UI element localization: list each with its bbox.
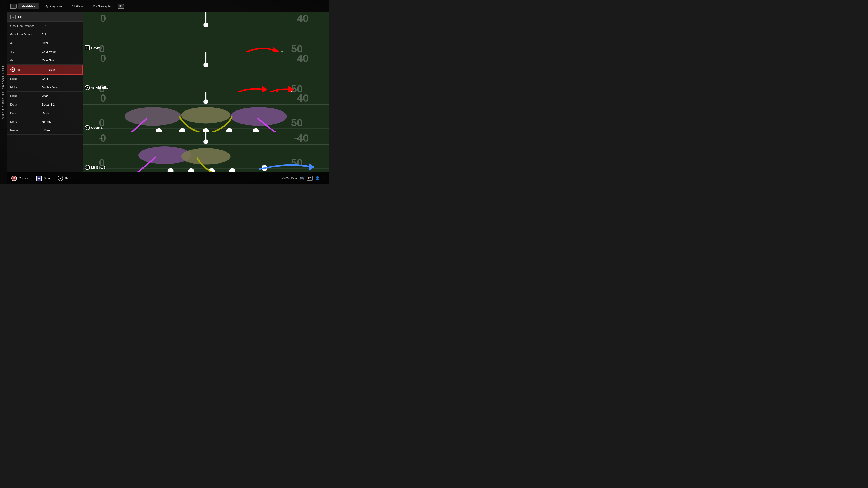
play-list-panel: L2 All Goal Line Defense 6-2 Goal Line D… xyxy=(7,12,83,172)
svg-text:+: + xyxy=(99,95,103,103)
play-badge-46midblitz: △ 46 Mid Blitz xyxy=(85,85,108,90)
controller-icon: 🎮 xyxy=(300,176,304,180)
play-row-8[interactable]: Nickel Wide xyxy=(7,92,83,100)
play-name-5: Bear xyxy=(49,68,55,71)
play-name-4: Over Solid xyxy=(42,59,56,62)
play-row-4[interactable]: 4-3 Over Solid xyxy=(7,56,83,65)
back-action[interactable]: ● Back xyxy=(58,175,72,181)
side-label-text: // EDIT AUDIBLES: CHOOSE A SET xyxy=(2,65,5,119)
play-name-11: Normal xyxy=(42,120,51,123)
play-name-3: Over Wide xyxy=(42,50,56,53)
play-name-cover1: Cover 1 xyxy=(91,46,103,50)
svg-text:50: 50 xyxy=(291,157,303,168)
formation-1: Goal Line Defense xyxy=(10,33,39,36)
svg-text:40: 40 xyxy=(297,132,309,144)
r3-badge: R3 xyxy=(307,176,313,181)
play-row-2[interactable]: 4-3 Over xyxy=(7,39,83,47)
play-diagrams-panel: 0 40 0 50 5 50 + + ✕ ✕ xyxy=(83,12,329,172)
play-row-10[interactable]: Dime Rush xyxy=(7,109,83,118)
svg-text:+: + xyxy=(99,55,103,63)
tab-all-plays[interactable]: All Plays xyxy=(68,3,87,9)
formation-7: Nickel xyxy=(10,86,39,89)
bottom-right: OPM_Ben 🎮 R3 👤 0 xyxy=(282,176,325,181)
svg-text:50: 50 xyxy=(291,43,303,52)
play-row-7[interactable]: Nickel Double Mug xyxy=(7,83,83,92)
play-name-2: Over xyxy=(42,41,48,45)
play-name-12: 3 Deep xyxy=(42,129,51,132)
top-nav: L1 Audibles My Playbook All Plays My Gam… xyxy=(7,0,329,12)
play-row-0[interactable]: Goal Line Defense 6-2 xyxy=(7,22,83,30)
svg-text:+: + xyxy=(294,55,298,63)
save-action[interactable]: ▬ Save xyxy=(36,175,51,181)
play-name-1: 5-3 xyxy=(42,33,46,36)
score: 0 xyxy=(322,176,324,180)
svg-point-73 xyxy=(230,107,287,126)
play-row-6[interactable]: Nickel Over xyxy=(7,74,83,83)
confirm-label: Confirm xyxy=(19,176,30,180)
diagram-lblitz3-svg: 0 40 0 50 + + xyxy=(83,132,329,172)
svg-text:+: + xyxy=(294,135,298,142)
svg-point-70 xyxy=(204,99,208,104)
play-name-lblitz3: LB Blitz 3 xyxy=(91,166,105,169)
formation-0: Goal Line Defense xyxy=(10,24,39,28)
circle-button-icon: ● xyxy=(58,175,63,181)
l1-badge: L1 xyxy=(10,4,17,9)
play-name-46midblitz: 46 Mid Blitz xyxy=(91,86,108,90)
diagram-cover1[interactable]: 0 40 0 50 5 50 + + ✕ ✕ xyxy=(83,12,329,53)
diagram-46midblitz-svg: 0 40 0 50 5 50 + + ✕ ✕ xyxy=(83,53,329,92)
r1-icon: R1 xyxy=(85,165,90,170)
play-name-6: Over xyxy=(42,77,48,80)
square-button-icon: ▬ xyxy=(36,175,42,181)
svg-text:+: + xyxy=(294,95,298,103)
tab-my-gameplan[interactable]: My Gameplan xyxy=(89,3,116,9)
play-name-9: Sugar 3-2 xyxy=(42,103,55,106)
confirm-action[interactable]: ✕ Confirm xyxy=(11,175,30,181)
main-content: L2 All Goal Line Defense 6-2 Goal Line D… xyxy=(7,12,329,172)
play-row-1[interactable]: Goal Line Defense 5-3 xyxy=(7,30,83,39)
person-icon: 👤 xyxy=(315,176,320,180)
play-row-5[interactable]: ✕ 46 Bear xyxy=(7,65,83,74)
x-button-icon: ✕ xyxy=(11,175,17,181)
formation-8: Nickel xyxy=(10,94,39,98)
svg-point-71 xyxy=(125,107,181,126)
formation-12: Prevent xyxy=(10,129,39,132)
formation-10: Dime xyxy=(10,111,39,115)
save-label: Save xyxy=(43,176,51,180)
formation-5: 46 xyxy=(17,68,46,71)
l2-badge: L2 xyxy=(10,15,16,19)
diagram-lblitz3[interactable]: 0 40 0 50 + + xyxy=(83,132,329,172)
side-label-container: // EDIT AUDIBLES: CHOOSE A SET xyxy=(0,0,7,184)
play-badge-cover1: □ Cover 1 xyxy=(85,45,103,51)
diagram-cover1-svg: 0 40 0 50 5 50 + + ✕ ✕ xyxy=(83,12,329,52)
svg-point-101 xyxy=(204,139,208,144)
svg-text:50: 50 xyxy=(291,117,303,129)
svg-point-72 xyxy=(181,107,230,124)
svg-text:40: 40 xyxy=(297,12,309,24)
play-row-3[interactable]: 4-3 Over Wide xyxy=(7,47,83,56)
svg-text:+: + xyxy=(294,15,298,23)
play-name-0: 6-2 xyxy=(42,24,46,28)
diagram-cover3-svg: 0 40 0 50 + + ✕ xyxy=(83,92,329,132)
svg-text:+: + xyxy=(99,135,103,142)
play-name-10: Rush xyxy=(42,111,49,115)
play-badge-lblitz3: R1 LB Blitz 3 xyxy=(85,165,105,170)
back-label: Back xyxy=(65,176,72,180)
svg-text:40: 40 xyxy=(297,53,309,64)
play-badge-cover3: L1 Cover 3 xyxy=(85,125,103,130)
diagram-46midblitz[interactable]: 0 40 0 50 5 50 + + ✕ ✕ xyxy=(83,53,329,92)
svg-point-103 xyxy=(181,148,230,164)
formation-2: 4-3 xyxy=(10,41,39,45)
tab-audibles[interactable]: Audibles xyxy=(18,3,39,9)
play-row-11[interactable]: Dime Normal xyxy=(7,118,83,126)
play-name-cover3: Cover 3 xyxy=(91,126,103,129)
formation-9: Dollar xyxy=(10,103,39,106)
svg-text:+: + xyxy=(99,15,103,23)
tab-my-playbook[interactable]: My Playbook xyxy=(41,3,66,9)
play-row-9[interactable]: Dollar Sugar 3-2 xyxy=(7,100,83,109)
play-row-12[interactable]: Prevent 3 Deep xyxy=(7,126,83,135)
username: OPM_Ben xyxy=(282,176,297,180)
formation-6: Nickel xyxy=(10,77,39,80)
diagram-cover3[interactable]: 0 40 0 50 + + ✕ xyxy=(83,92,329,132)
selected-icon: ✕ xyxy=(10,67,15,72)
formation-3: 4-3 xyxy=(10,50,39,53)
